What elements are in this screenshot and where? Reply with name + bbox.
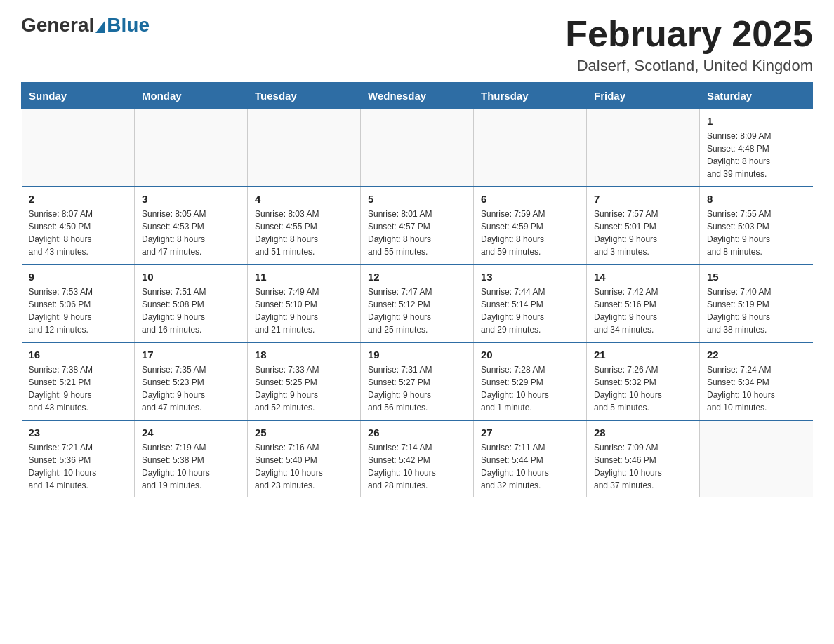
day-info: Sunrise: 8:05 AM Sunset: 4:53 PM Dayligh… (142, 208, 240, 258)
calendar-cell: 1Sunrise: 8:09 AM Sunset: 4:48 PM Daylig… (700, 109, 813, 187)
day-number: 3 (142, 193, 240, 205)
logo: General Blue (21, 14, 150, 36)
day-number: 18 (255, 349, 353, 361)
day-info: Sunrise: 7:49 AM Sunset: 5:10 PM Dayligh… (255, 286, 353, 336)
header-saturday: Saturday (700, 83, 813, 109)
day-info: Sunrise: 7:55 AM Sunset: 5:03 PM Dayligh… (707, 208, 806, 258)
calendar-cell: 7Sunrise: 7:57 AM Sunset: 5:01 PM Daylig… (587, 187, 700, 264)
calendar-cell: 2Sunrise: 8:07 AM Sunset: 4:50 PM Daylig… (22, 187, 135, 264)
day-info: Sunrise: 7:19 AM Sunset: 5:38 PM Dayligh… (142, 441, 240, 492)
calendar-cell (587, 109, 700, 187)
calendar-cell: 19Sunrise: 7:31 AM Sunset: 5:27 PM Dayli… (361, 342, 474, 420)
day-info: Sunrise: 7:24 AM Sunset: 5:34 PM Dayligh… (707, 363, 806, 414)
calendar-cell (700, 420, 813, 497)
day-number: 8 (707, 193, 806, 205)
day-number: 6 (481, 193, 579, 205)
day-info: Sunrise: 7:11 AM Sunset: 5:44 PM Dayligh… (481, 441, 579, 492)
day-number: 15 (707, 271, 806, 283)
day-info: Sunrise: 7:33 AM Sunset: 5:25 PM Dayligh… (255, 363, 353, 414)
calendar-cell: 5Sunrise: 8:01 AM Sunset: 4:57 PM Daylig… (361, 187, 474, 264)
day-info: Sunrise: 7:59 AM Sunset: 4:59 PM Dayligh… (481, 208, 579, 258)
day-number: 23 (29, 427, 128, 438)
calendar-cell: 10Sunrise: 7:51 AM Sunset: 5:08 PM Dayli… (135, 264, 248, 342)
day-info: Sunrise: 7:28 AM Sunset: 5:29 PM Dayligh… (481, 363, 579, 414)
calendar-cell: 14Sunrise: 7:42 AM Sunset: 5:16 PM Dayli… (587, 264, 700, 342)
day-number: 12 (368, 271, 466, 283)
day-number: 24 (142, 427, 240, 438)
calendar-cell: 20Sunrise: 7:28 AM Sunset: 5:29 PM Dayli… (474, 342, 587, 420)
header-tuesday: Tuesday (248, 83, 361, 109)
page-subtitle: Dalserf, Scotland, United Kingdom (565, 57, 813, 75)
calendar-cell: 26Sunrise: 7:14 AM Sunset: 5:42 PM Dayli… (361, 420, 474, 497)
calendar-cell: 22Sunrise: 7:24 AM Sunset: 5:34 PM Dayli… (700, 342, 813, 420)
day-number: 21 (594, 349, 692, 361)
calendar-cell: 3Sunrise: 8:05 AM Sunset: 4:53 PM Daylig… (135, 187, 248, 264)
calendar-cell (22, 109, 135, 187)
day-number: 16 (29, 349, 128, 361)
calendar-cell: 8Sunrise: 7:55 AM Sunset: 5:03 PM Daylig… (700, 187, 813, 264)
day-info: Sunrise: 7:09 AM Sunset: 5:46 PM Dayligh… (594, 441, 692, 492)
calendar-cell: 11Sunrise: 7:49 AM Sunset: 5:10 PM Dayli… (248, 264, 361, 342)
calendar-cell: 12Sunrise: 7:47 AM Sunset: 5:12 PM Dayli… (361, 264, 474, 342)
day-info: Sunrise: 7:42 AM Sunset: 5:16 PM Dayligh… (594, 286, 692, 336)
calendar-cell: 18Sunrise: 7:33 AM Sunset: 5:25 PM Dayli… (248, 342, 361, 420)
calendar-cell: 21Sunrise: 7:26 AM Sunset: 5:32 PM Dayli… (587, 342, 700, 420)
day-info: Sunrise: 8:03 AM Sunset: 4:55 PM Dayligh… (255, 208, 353, 258)
day-number: 2 (29, 193, 128, 205)
day-number: 14 (594, 271, 692, 283)
day-info: Sunrise: 7:47 AM Sunset: 5:12 PM Dayligh… (368, 286, 466, 336)
day-number: 5 (368, 193, 466, 205)
weekday-header-row: Sunday Monday Tuesday Wednesday Thursday… (22, 83, 813, 109)
calendar-cell (361, 109, 474, 187)
day-info: Sunrise: 7:16 AM Sunset: 5:40 PM Dayligh… (255, 441, 353, 492)
day-info: Sunrise: 7:51 AM Sunset: 5:08 PM Dayligh… (142, 286, 240, 336)
day-info: Sunrise: 8:09 AM Sunset: 4:48 PM Dayligh… (707, 130, 806, 180)
calendar-cell (474, 109, 587, 187)
calendar-cell (248, 109, 361, 187)
day-info: Sunrise: 8:07 AM Sunset: 4:50 PM Dayligh… (29, 208, 128, 258)
day-number: 11 (255, 271, 353, 283)
day-info: Sunrise: 7:31 AM Sunset: 5:27 PM Dayligh… (368, 363, 466, 414)
header-wednesday: Wednesday (361, 83, 474, 109)
calendar-header: Sunday Monday Tuesday Wednesday Thursday… (22, 83, 813, 109)
day-info: Sunrise: 7:21 AM Sunset: 5:36 PM Dayligh… (29, 441, 128, 492)
calendar-table: Sunday Monday Tuesday Wednesday Thursday… (21, 82, 813, 497)
day-number: 25 (255, 427, 353, 438)
logo-blue-text: Blue (107, 14, 150, 36)
calendar-cell: 24Sunrise: 7:19 AM Sunset: 5:38 PM Dayli… (135, 420, 248, 497)
day-number: 20 (481, 349, 579, 361)
calendar-week-row: 2Sunrise: 8:07 AM Sunset: 4:50 PM Daylig… (22, 187, 813, 264)
calendar-cell: 23Sunrise: 7:21 AM Sunset: 5:36 PM Dayli… (22, 420, 135, 497)
day-info: Sunrise: 7:44 AM Sunset: 5:14 PM Dayligh… (481, 286, 579, 336)
calendar-body: 1Sunrise: 8:09 AM Sunset: 4:48 PM Daylig… (22, 109, 813, 498)
logo-general-text: General (21, 14, 94, 36)
header-monday: Monday (135, 83, 248, 109)
day-number: 26 (368, 427, 466, 438)
day-info: Sunrise: 8:01 AM Sunset: 4:57 PM Dayligh… (368, 208, 466, 258)
header-sunday: Sunday (22, 83, 135, 109)
calendar-week-row: 23Sunrise: 7:21 AM Sunset: 5:36 PM Dayli… (22, 420, 813, 497)
calendar-cell: 4Sunrise: 8:03 AM Sunset: 4:55 PM Daylig… (248, 187, 361, 264)
day-number: 28 (594, 427, 692, 438)
day-info: Sunrise: 7:40 AM Sunset: 5:19 PM Dayligh… (707, 286, 806, 336)
day-number: 1 (707, 115, 806, 127)
page-header: General Blue February 2025 Dalserf, Scot… (21, 14, 813, 75)
day-number: 19 (368, 349, 466, 361)
day-number: 10 (142, 271, 240, 283)
day-number: 4 (255, 193, 353, 205)
calendar-cell: 28Sunrise: 7:09 AM Sunset: 5:46 PM Dayli… (587, 420, 700, 497)
calendar-week-row: 16Sunrise: 7:38 AM Sunset: 5:21 PM Dayli… (22, 342, 813, 420)
day-info: Sunrise: 7:53 AM Sunset: 5:06 PM Dayligh… (29, 286, 128, 336)
day-info: Sunrise: 7:57 AM Sunset: 5:01 PM Dayligh… (594, 208, 692, 258)
header-friday: Friday (587, 83, 700, 109)
day-info: Sunrise: 7:35 AM Sunset: 5:23 PM Dayligh… (142, 363, 240, 414)
day-number: 17 (142, 349, 240, 361)
day-number: 9 (29, 271, 128, 283)
day-number: 27 (481, 427, 579, 438)
calendar-week-row: 1Sunrise: 8:09 AM Sunset: 4:48 PM Daylig… (22, 109, 813, 187)
calendar-cell: 6Sunrise: 7:59 AM Sunset: 4:59 PM Daylig… (474, 187, 587, 264)
day-number: 22 (707, 349, 806, 361)
calendar-cell: 16Sunrise: 7:38 AM Sunset: 5:21 PM Dayli… (22, 342, 135, 420)
title-section: February 2025 Dalserf, Scotland, United … (565, 14, 813, 75)
day-info: Sunrise: 7:26 AM Sunset: 5:32 PM Dayligh… (594, 363, 692, 414)
